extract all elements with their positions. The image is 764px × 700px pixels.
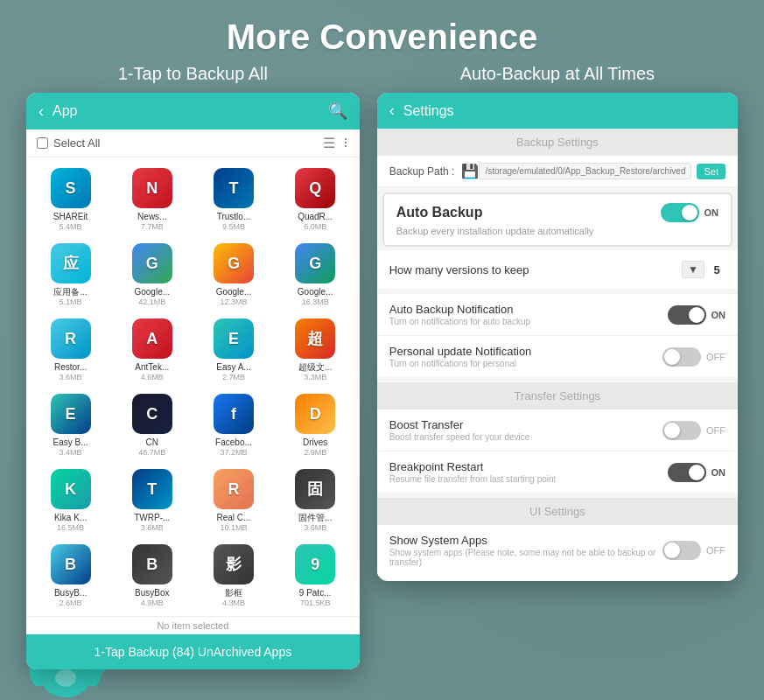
app-size: 42.1MB: [138, 298, 165, 306]
app-icon-wrapper: Q: [295, 168, 335, 208]
app-item[interactable]: GGoogle...12.3MB: [193, 236, 274, 312]
app-item[interactable]: NNews...7.7MB: [111, 161, 193, 236]
app-icon-wrapper: G: [214, 243, 254, 284]
show-system-apps-label: Show System Apps: [389, 534, 662, 547]
breakpoint-row: Breakpoint Restart Resume file transfer …: [377, 452, 738, 493]
breakpoint-toggle[interactable]: [668, 463, 706, 482]
search-icon[interactable]: 🔍: [328, 102, 347, 121]
show-system-apps-toggle[interactable]: [662, 541, 701, 560]
ui-settings-section: UI Settings: [377, 498, 738, 525]
settings-title: Settings: [403, 103, 725, 119]
app-name: QuadR...: [298, 212, 333, 222]
app-size: 9.5MB: [222, 222, 245, 231]
settings-back-button[interactable]: ‹: [389, 102, 395, 120]
app-name: 应用备...: [53, 287, 87, 298]
transfer-settings-section: Transfer Settings: [377, 382, 738, 410]
app-item[interactable]: SSHAREit5.4MB: [30, 161, 111, 236]
app-item[interactable]: QQuadR...6.0MB: [275, 161, 356, 236]
app-icon-wrapper: T: [132, 469, 172, 509]
app-name: 影框: [225, 588, 242, 598]
app-name: 固件管...: [298, 513, 332, 523]
app-size: 4.6MB: [141, 373, 164, 382]
app-icon-wrapper: R: [51, 318, 91, 359]
app-size: 7.7MB: [141, 222, 164, 231]
app-icon-wrapper: 超: [295, 318, 335, 359]
right-column: Auto-Backup at All Times ‹ Settings Back…: [377, 64, 738, 669]
back-button[interactable]: ‹: [39, 102, 44, 121]
app-item[interactable]: DDrives2.9MB: [275, 387, 356, 462]
app-item[interactable]: 超超级文...3.3MB: [275, 312, 356, 387]
app-name: Restor...: [54, 362, 87, 373]
auto-backup-description: Backup every installation update automat…: [396, 226, 718, 236]
app-name: Google...: [216, 287, 252, 298]
breakpoint-state: ON: [711, 467, 726, 478]
app-name: TWRP-...: [134, 513, 170, 523]
app-name: Facebo...: [215, 438, 252, 448]
app-item[interactable]: RReal C...10.1MB: [193, 462, 274, 537]
versions-group: How many versions to keep ▼ 5: [377, 250, 738, 289]
app-size: 16.3MB: [302, 298, 329, 306]
tap-backup-button[interactable]: 1-Tap Backup (84) UnArchived Apps: [26, 634, 360, 669]
boost-transfer-row: Boost Transfer Boost transfer speed for …: [377, 410, 738, 452]
personal-notif-toggle[interactable]: [662, 347, 701, 367]
path-set-button[interactable]: Set: [697, 164, 725, 179]
auto-backup-notif-toggle[interactable]: [668, 305, 706, 325]
app-size: 3.6MB: [304, 523, 326, 532]
app-icon-wrapper: 影: [214, 544, 254, 584]
app-item[interactable]: CCN46.7MB: [111, 387, 193, 462]
versions-dropdown[interactable]: ▼: [682, 261, 704, 278]
app-size: 2.6MB: [60, 598, 82, 607]
auto-backup-header: Auto Backup ON: [396, 203, 718, 222]
app-size: 46.7MB: [138, 448, 165, 457]
app-item[interactable]: GGoogle...42.1MB: [111, 236, 193, 312]
app-size: 3.6MB: [60, 373, 82, 382]
app-item[interactable]: TTrustlo...9.5MB: [193, 161, 274, 236]
select-all-checkbox[interactable]: [37, 137, 48, 149]
app-item[interactable]: AAntTek...4.6MB: [111, 312, 193, 387]
app-item[interactable]: EEasy A...2.7MB: [193, 312, 274, 387]
backup-path-value: /storage/emulated/0/App_Backup_Restore/a…: [479, 163, 691, 179]
app-size: 5.1MB: [60, 298, 82, 306]
app-item[interactable]: 固固件管...3.6MB: [275, 462, 356, 537]
app-item[interactable]: KKika K...16.5MB: [30, 462, 111, 537]
select-all-bar: Select All ☰ ⫶: [26, 130, 360, 158]
app-item[interactable]: GGoogle...16.3MB: [275, 236, 356, 312]
columns-container: 1-Tap to Backup All ‹ App 🔍 Select All ☰…: [26, 64, 738, 669]
show-system-apps-content: Show System Apps Show system apps (Pleas…: [389, 534, 662, 567]
app-item[interactable]: RRestor...3.6MB: [30, 312, 111, 387]
app-item[interactable]: 99 Patc...701.5KB: [275, 537, 356, 612]
left-phone-mockup: ‹ App 🔍 Select All ☰ ⫶ SSHAREit5.4MBNNew…: [26, 93, 360, 669]
app-name: BusyB...: [54, 588, 87, 598]
backup-path-icon: 💾: [461, 163, 479, 179]
app-item[interactable]: TTWRP-...3.6MB: [111, 462, 193, 537]
list-view-icon[interactable]: ☰: [323, 135, 335, 151]
path-row: Backup Path : 💾 /storage/emulated/0/App_…: [377, 156, 738, 187]
app-item[interactable]: 应应用备...5.1MB: [30, 236, 111, 312]
app-name: 9 Patc...: [299, 588, 332, 598]
app-icon-wrapper: G: [295, 243, 335, 284]
app-icon-wrapper: E: [51, 394, 91, 434]
versions-control: ▼ 5: [682, 261, 725, 278]
app-header: ‹ App 🔍: [26, 93, 360, 130]
app-item[interactable]: BBusyB...2.6MB: [30, 537, 111, 612]
app-item[interactable]: fFacebo...37.2MB: [193, 387, 274, 462]
app-name: Trustlo...: [217, 212, 251, 222]
app-item[interactable]: BBusyBox4.9MB: [111, 537, 193, 612]
boost-transfer-label: Boost Transfer: [389, 418, 662, 431]
app-size: 16.5MB: [57, 523, 84, 532]
filter-icon[interactable]: ⫶: [342, 135, 349, 151]
app-icon-wrapper: B: [51, 544, 91, 584]
app-size: 2.7MB: [222, 373, 245, 382]
app-size: 4.9MB: [141, 598, 164, 607]
app-item[interactable]: EEasy B...3.4MB: [30, 387, 111, 462]
auto-backup-toggle[interactable]: [661, 203, 699, 222]
versions-value: 5: [708, 263, 725, 276]
app-size: 2.9MB: [304, 448, 326, 457]
app-icon-wrapper: 9: [295, 544, 335, 584]
settings-header: ‹ Settings: [377, 93, 738, 129]
page-title: More Convenience: [26, 18, 738, 57]
app-name: 超级文...: [298, 362, 332, 373]
app-item[interactable]: 影影框4.3MB: [193, 537, 274, 612]
boost-transfer-toggle[interactable]: [662, 421, 701, 440]
app-name: News...: [137, 212, 166, 222]
